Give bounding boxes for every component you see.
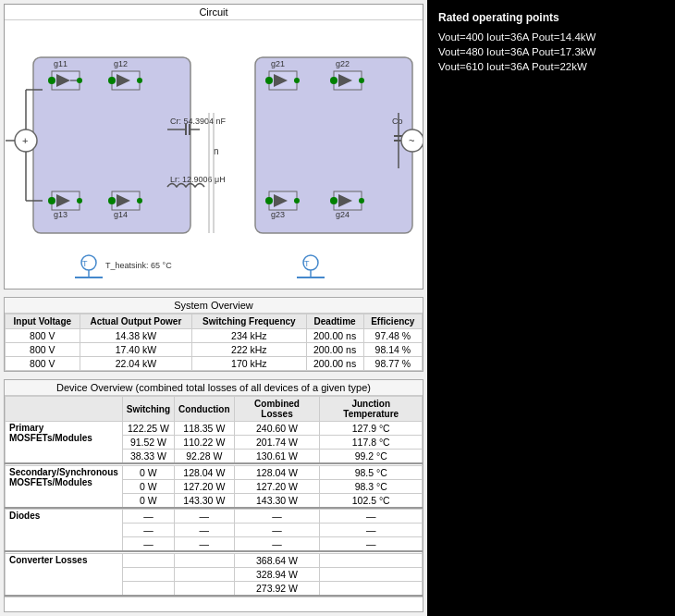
svg-text:g13: g13 [54,210,68,219]
svg-text:+: + [22,135,28,146]
circuit-title: Circuit [5,5,423,20]
svg-point-11 [137,78,142,83]
svg-point-15 [48,197,55,204]
svg-text:T_heatsink: 65 °C: T_heatsink: 65 °C [105,261,172,270]
table-row: Secondary/Synchronous MOSFETs/Modules0 W… [6,465,423,479]
circuit-svg: g11 g12 g13 [5,20,423,289]
rated-title: Rated operating points [438,11,664,24]
system-overview-section: System Overview Input Voltage Actual Out… [4,297,423,372]
table-row: 800 V17.40 kW222 kHz200.00 ns98.14 % [6,343,423,357]
table-row: 800 V22.04 kW170 kHz200.00 ns98.77 % [6,357,423,371]
col-junction-temp: Junction Temperature [320,397,423,422]
col-combined-losses: Combined Losses [234,397,320,422]
table-row: Diodes———— [6,510,423,524]
svg-text:g21: g21 [271,59,285,68]
svg-point-10 [108,77,116,84]
system-overview-title: System Overview [5,298,423,314]
svg-point-16 [77,198,82,203]
svg-text:g12: g12 [114,59,128,68]
device-overview-table: Switching Conduction Combined Losses Jun… [5,396,423,598]
circuit-section: Circuit g11 g12 [4,4,423,290]
right-panel: Rated operating points Vout=400 Iout=36A… [427,0,675,616]
svg-point-5 [48,77,55,84]
svg-text:n: n [214,146,219,156]
table-row: Converter Losses368.64 W [6,553,423,567]
rated-item: Vout=610 Iout=36A Pout=22kW [438,61,664,72]
circuit-diagram: g11 g12 g13 [5,20,423,289]
svg-point-38 [265,77,273,84]
col-input-voltage: Input Voltage [6,314,80,329]
svg-point-53 [330,197,338,204]
table-row: 800 V14.38 kW234 kHz200.00 ns97.48 % [6,329,423,343]
svg-point-39 [294,78,300,83]
device-overview-title: Device Overview (combined total losses o… [5,380,423,396]
svg-point-6 [77,78,82,83]
svg-text:g22: g22 [336,59,350,68]
rated-item: Vout=480 Iout=36A Pout=17.3kW [438,46,664,57]
col-switching: Switching [122,397,174,422]
table-row: Primary MOSFETs/Modules122.25 W118.35 W2… [6,422,423,436]
left-panel: Circuit g11 g12 [0,0,427,616]
col-switching-freq: Switching Frequency [192,314,306,329]
svg-point-44 [359,78,364,83]
svg-point-21 [137,198,142,203]
svg-text:g24: g24 [336,210,350,219]
main-container: Circuit g11 g12 [0,0,675,616]
svg-text:Cr: 54.3904 nF: Cr: 54.3904 nF [170,117,227,126]
svg-point-20 [108,197,116,204]
svg-point-48 [265,197,273,204]
system-overview-table: Input Voltage Actual Output Power Switch… [5,314,423,371]
col-deadtime: Deadtime [306,314,363,329]
svg-text:g14: g14 [114,210,128,219]
device-overview-section: Device Overview (combined total losses o… [4,379,423,612]
col-device [6,397,123,422]
col-efficiency: Efficiency [363,314,422,329]
svg-point-49 [294,198,300,203]
col-actual-output: Actual Output Power [80,314,192,329]
svg-text:~: ~ [409,135,414,146]
svg-point-54 [359,198,364,203]
rated-item: Vout=400 Iout=36A Pout=14.4kW [438,31,664,43]
svg-point-43 [330,77,338,84]
svg-text:g11: g11 [54,59,68,68]
svg-text:g23: g23 [271,210,285,219]
svg-text:T: T [304,259,310,268]
svg-text:Co: Co [392,117,403,126]
rated-items-container: Vout=400 Iout=36A Pout=14.4kWVout=480 Io… [438,31,664,72]
svg-text:T: T [82,259,88,268]
col-conduction: Conduction [175,397,235,422]
svg-text:Lr: 12.9006 μH: Lr: 12.9006 μH [170,175,226,184]
